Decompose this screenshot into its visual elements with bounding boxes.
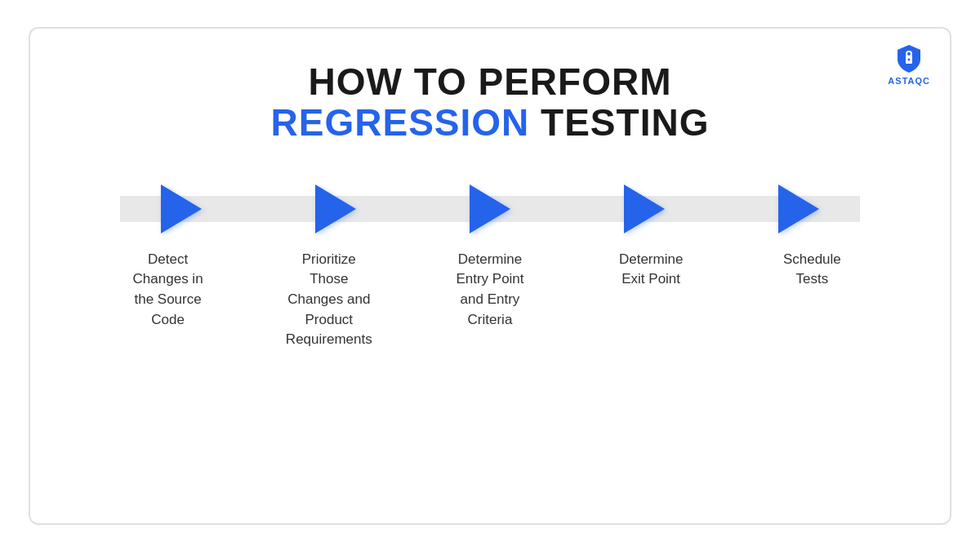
- step-5: ScheduleTests: [738, 250, 885, 350]
- arrow-2: [315, 184, 356, 233]
- title-section: HOW TO PERFORM REGRESSION TESTING: [271, 61, 710, 144]
- logo-icon: [894, 43, 924, 73]
- arrows-container: [71, 184, 909, 233]
- title-line2-black: TESTING: [529, 101, 709, 144]
- arrow-4: [624, 184, 665, 233]
- process-section: DetectChanges inthe SourceCode Prioritiz…: [71, 184, 909, 350]
- step-4: DetermineExit Point: [577, 250, 724, 350]
- step-5-label: ScheduleTests: [783, 250, 841, 290]
- main-card: ASTAQC HOW TO PERFORM REGRESSION TESTING…: [29, 27, 951, 525]
- arrow-5: [778, 184, 819, 233]
- step-1-label: DetectChanges inthe SourceCode: [133, 250, 203, 331]
- arrow-1: [161, 184, 202, 233]
- step-1: DetectChanges inthe SourceCode: [95, 250, 242, 350]
- title-line1: HOW TO PERFORM: [271, 61, 710, 103]
- step-2: PrioritizeThoseChanges andProductRequire…: [256, 250, 403, 350]
- logo: ASTAQC: [888, 43, 930, 86]
- logo-text: ASTAQC: [888, 76, 930, 86]
- step-2-label: PrioritizeThoseChanges andProductRequire…: [286, 250, 372, 350]
- step-3-label: DetermineEntry Pointand EntryCriteria: [456, 250, 523, 331]
- steps-container: DetectChanges inthe SourceCode Prioritiz…: [71, 250, 909, 350]
- title-line2-blue: REGRESSION: [271, 101, 530, 144]
- step-4-label: DetermineExit Point: [619, 250, 683, 290]
- svg-point-2: [908, 58, 911, 60]
- arrow-3: [470, 184, 510, 233]
- title-line2: REGRESSION TESTING: [271, 102, 710, 144]
- step-3: DetermineEntry Pointand EntryCriteria: [416, 250, 564, 350]
- arrow-track: [71, 184, 909, 233]
